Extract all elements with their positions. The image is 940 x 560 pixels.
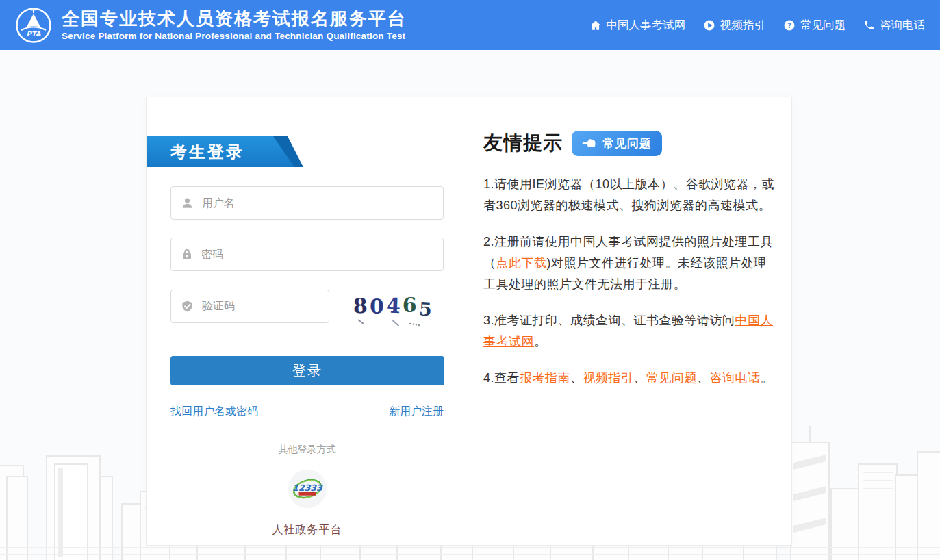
- tips-title: 友情提示: [483, 130, 563, 156]
- captcha-row: 80465: [170, 289, 444, 323]
- svg-text:?: ?: [787, 21, 791, 29]
- tip-link[interactable]: 视频指引: [583, 371, 634, 385]
- username-field-wrap: [170, 186, 444, 220]
- tip-text: 。: [534, 335, 547, 348]
- tip-paragraph: 2.注册前请使用中国人事考试网提供的照片处理工具（点此下载)对照片文件进行处理。…: [483, 231, 776, 295]
- play-circle-icon: [703, 19, 715, 31]
- tips-header: 友情提示 常见问题: [483, 130, 776, 156]
- nav-label: 常见问题: [800, 18, 846, 33]
- tip-link[interactable]: 报考指南: [520, 371, 570, 385]
- forgot-credentials-link[interactable]: 找回用户名或密码: [170, 405, 258, 419]
- tip-paragraph: 4.查看报考指南、视频指引、常见问题、咨询电话。: [483, 368, 776, 389]
- username-input[interactable]: [202, 197, 433, 209]
- nav-label: 视频指引: [720, 18, 765, 33]
- login-links-row: 找回用户名或密码 新用户注册: [170, 405, 444, 419]
- top-nav: 中国人事考试网 视频指引 ? 常见问题 咨询电话: [589, 18, 926, 33]
- nav-link-china-personnel-exam[interactable]: 中国人事考试网: [589, 18, 686, 33]
- shield-check-icon: [181, 300, 194, 313]
- hand-pointing-left-icon: [582, 138, 596, 149]
- app-header: PTA 全国专业技术人员资格考试报名服务平台 Service Platform …: [0, 0, 940, 50]
- tip-text: 、: [570, 371, 583, 385]
- new-user-register-link[interactable]: 新用户注册: [389, 405, 444, 419]
- tip-text: 4.查看: [483, 371, 520, 385]
- sso-12333-logo[interactable]: 12333: [288, 469, 327, 509]
- login-button[interactable]: 登录: [170, 356, 444, 385]
- svg-text:PTA: PTA: [26, 30, 40, 38]
- password-input[interactable]: [201, 249, 433, 261]
- faq-badge-button[interactable]: 常见问题: [572, 131, 662, 156]
- captcha-field-wrap: [170, 290, 329, 323]
- captcha-input[interactable]: [202, 300, 344, 312]
- nav-link-faq[interactable]: ? 常见问题: [783, 18, 846, 33]
- page-title: 全国专业技术人员资格考试报名服务平台: [62, 9, 407, 29]
- nav-link-phone[interactable]: 咨询电话: [863, 18, 925, 33]
- header-titles: 全国专业技术人员资格考试报名服务平台 Service Platform for …: [62, 9, 407, 42]
- tip-text: 3.准考证打印、成绩查询、证书查验等请访问: [483, 314, 735, 327]
- main-panel: 考生登录 80465: [146, 97, 792, 546]
- nav-link-video-guide[interactable]: 视频指引: [703, 18, 765, 33]
- tip-link[interactable]: 常见问题: [646, 371, 697, 385]
- sso-platform-label: 人社政务平台: [147, 523, 468, 537]
- tip-text: 。: [761, 371, 774, 385]
- tip-paragraph: 1.请使用IE浏览器（10以上版本）、谷歌浏览器，或者360浏览器的极速模式、搜…: [483, 174, 776, 216]
- tips-list: 1.请使用IE浏览器（10以上版本）、谷歌浏览器，或者360浏览器的极速模式、搜…: [483, 174, 776, 389]
- nav-label: 咨询电话: [880, 18, 925, 33]
- tip-link[interactable]: 咨询电话: [710, 371, 761, 385]
- password-field-wrap: [170, 238, 444, 271]
- login-section: 考生登录 80465: [147, 97, 468, 545]
- pta-logo: PTA: [15, 7, 52, 44]
- tip-text: 、: [634, 371, 647, 385]
- sso-area: 12333 人社政务平台: [147, 469, 468, 537]
- tip-link[interactable]: 点此下载: [496, 256, 547, 270]
- tip-text: 、: [697, 371, 710, 385]
- lock-icon: [181, 248, 193, 261]
- login-ribbon: 考生登录: [147, 136, 311, 167]
- phone-icon: [863, 19, 875, 31]
- login-form: 80465: [147, 167, 468, 323]
- other-login-label: 其他登录方式: [279, 444, 336, 456]
- captcha-digits: 80465: [353, 289, 442, 324]
- faq-badge-label: 常见问题: [602, 136, 652, 151]
- tip-paragraph: 3.准考证打印、成绩查询、证书查验等请访问中国人事考试网。: [483, 310, 776, 353]
- tips-section: 友情提示 常见问题 1.请使用IE浏览器（10以上版本）、谷歌浏览器，或者360…: [468, 97, 791, 545]
- question-circle-icon: ?: [783, 19, 796, 31]
- page-subtitle: Service Platform for National Profession…: [62, 31, 407, 41]
- captcha-image[interactable]: 80465: [353, 289, 442, 323]
- svg-text:12333: 12333: [292, 483, 323, 493]
- login-title: 考生登录: [170, 141, 244, 163]
- nav-label: 中国人事考试网: [607, 18, 686, 33]
- user-icon: [181, 196, 194, 209]
- home-icon: [589, 19, 602, 31]
- other-login-divider: 其他登录方式: [170, 444, 444, 456]
- tip-text: 1.请使用IE浏览器（10以上版本）、谷歌浏览器，或者360浏览器的极速模式、搜…: [483, 177, 774, 212]
